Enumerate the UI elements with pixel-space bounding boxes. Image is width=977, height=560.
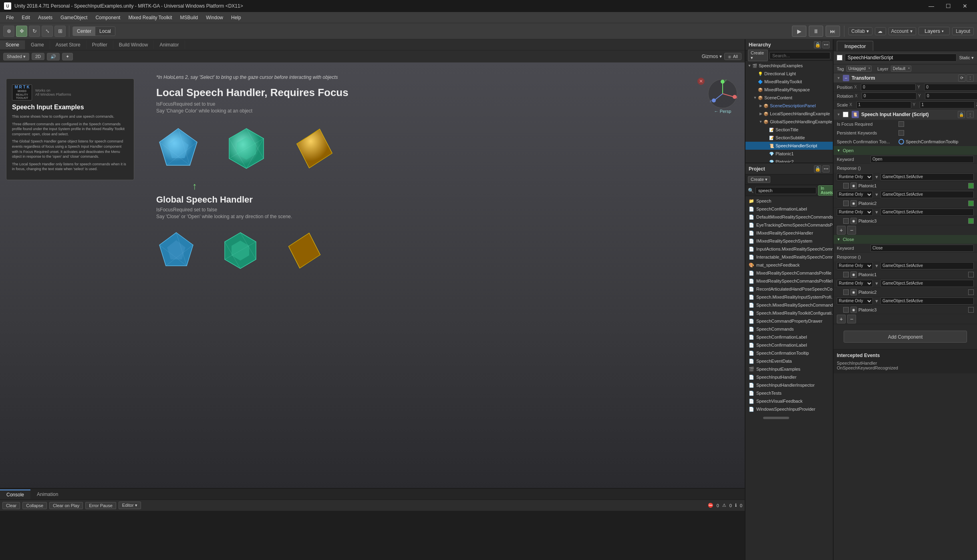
shaded-btn[interactable]: Shaded ▾ [3,53,29,60]
open-p2-checkval[interactable] [968,201,974,206]
proj-eyetracking[interactable]: 📄EyeTrackingDemoSpeechCommandsPro... [745,221,833,229]
scale-x-input[interactable] [856,101,911,108]
open-remove-btn[interactable]: − [847,226,856,235]
close-resp-select-3[interactable]: Runtime Only [837,297,873,305]
move-tool-btn[interactable]: ✥ [16,26,27,37]
proj-speech-mrspeech[interactable]: 📄Speech.MixedRealitySpeechCommands [745,301,833,309]
proj-speechinputhandler[interactable]: 📄SpeechInputHandler [745,373,833,381]
speech-comp-lock[interactable]: 🔒 [958,111,965,118]
layer-dropdown[interactable]: Default ▾ [891,66,912,72]
tab-console[interactable]: Console [0,490,30,499]
menu-mixed-reality[interactable]: Mixed Reality Toolkit [124,13,176,22]
proj-speech[interactable]: 📁Speech [745,197,833,205]
proj-speech-propdrawer[interactable]: 📄SpeechCommandPropertyDrawer [745,317,833,325]
close-p3-checkval[interactable] [968,307,974,313]
open-p2-icon[interactable]: ◉ [850,200,857,207]
position-x-input[interactable] [861,84,916,91]
center-tab[interactable]: Center [73,27,95,36]
speech-comp-more[interactable]: ⋮ [967,111,974,118]
menu-gameobject[interactable]: GameObject [56,13,91,22]
close-btn[interactable]: ✕ [957,0,973,12]
close-resp-val-3[interactable] [880,297,974,305]
proj-mrtk-cmds-inspector[interactable]: 📄MixedRealitySpeechCommandsProfileIn... [745,277,833,285]
hier-item-mrplayspace[interactable]: 📦 MixedRealityPlayspace [745,86,833,94]
hier-item-global-speech[interactable]: ▼ 📦 GlobalSpeechHandlingExample [745,118,833,126]
rect-tool-btn[interactable]: ⊞ [54,26,66,37]
proj-speechconfirmationlabel[interactable]: 📄SpeechConfirmationLabel [745,205,833,213]
collab-btn[interactable]: Collab ▾ [848,27,872,35]
open-p3-check[interactable] [843,218,849,224]
window-controls[interactable]: — ☐ ✕ [923,0,973,12]
hier-item-speech-input-examples[interactable]: ▼ 🎬 SpeechInputExamples [745,62,833,70]
close-remove-btn[interactable]: − [847,315,856,323]
close-p3-check[interactable] [843,307,849,313]
menu-help[interactable]: Help [227,13,245,22]
speech-enabled-checkbox[interactable]: ✓ [843,112,848,117]
open-resp-select-2[interactable]: Runtime Only [837,191,873,198]
open-p2-check[interactable] [843,201,849,206]
hier-item-mrtoolkit[interactable]: 🔷 MixedRealityToolkit [745,78,833,86]
close-resp-select-2[interactable]: Runtime Only [837,280,873,287]
scale-tool-btn[interactable]: ⤡ [42,26,53,37]
close-section-header[interactable]: ▼ Close [834,235,977,244]
clear-on-play-btn[interactable]: Clear on Play [49,502,83,509]
editor-dropdown-btn[interactable]: Editor ▾ [119,502,141,509]
proj-record[interactable]: 📄RecordArticulatedHandPoseSpeechComm... [745,285,833,293]
proj-interactable[interactable]: 📄Interactable_MixedRealitySpeechComm... [745,253,833,261]
speech-conf-circle[interactable] [898,139,904,145]
close-p1-icon[interactable]: ◉ [850,271,857,278]
maximize-btn[interactable]: ☐ [940,0,956,12]
account-btn[interactable]: Account ▾ [888,27,916,35]
tab-animator[interactable]: Animator [154,40,185,49]
close-p2-check[interactable] [843,289,849,295]
close-p3-icon[interactable]: ◉ [850,307,857,313]
hierarchy-search[interactable] [770,52,830,59]
close-resp-val-2[interactable] [880,280,974,287]
open-resp-select-1[interactable]: Runtime Only [837,173,873,181]
project-search-input[interactable] [755,187,816,194]
project-create-btn[interactable]: Create ▾ [748,176,770,183]
hierarchy-more-btn[interactable]: ⋯ [822,41,830,48]
menu-msbuild[interactable]: MSBuild [176,13,202,22]
object-enabled-checkbox[interactable]: ✓ [837,55,842,60]
proj-speechconflabel-2[interactable]: 📄SpeechConfirmationLabel [745,341,833,349]
all-filter[interactable]: ◉ All [724,53,741,60]
proj-defaultmixed[interactable]: 📄DefaultMixedRealitySpeechCommandsP... [745,213,833,221]
project-lock-btn[interactable]: 🔒 [814,165,821,173]
close-kw-input[interactable] [870,245,974,252]
menu-edit[interactable]: Edit [18,13,34,22]
step-btn[interactable]: ⏭ [826,26,840,37]
hier-item-local-speech[interactable]: ▶ 📦 LocalSpeechHandlingExample [745,110,833,118]
speech-component-header[interactable]: ▼ ✓ 📜 Speech Input Handler (Script) 🔒 ⋮ [834,109,977,120]
rotation-x-input[interactable] [862,92,917,100]
open-p3-checkval[interactable] [968,218,974,224]
transform-reset-btn[interactable]: ⟳ [958,74,965,82]
proj-speechcommands[interactable]: 📄SpeechCommands [745,325,833,333]
close-p2-icon[interactable]: ◉ [850,289,857,295]
pause-btn[interactable]: ⏸ [809,26,823,37]
fx-btn[interactable]: ✦ [62,53,73,60]
hier-item-platonic1[interactable]: 💎 Platonic1 [745,150,833,158]
menu-assets[interactable]: Assets [34,13,56,22]
proj-speecheventdata[interactable]: 📄SpeechEventData [745,357,833,365]
2d-btn[interactable]: 2D [32,53,44,60]
inspector-tab[interactable]: Inspector [837,41,873,51]
persistent-keywords-checkbox[interactable] [898,130,904,136]
project-more-btn[interactable]: ⋯ [822,165,830,173]
hier-item-directional-light[interactable]: 💡 Directional Light [745,70,833,78]
close-p1-check[interactable] [843,272,849,277]
proj-speechinputhandlerinspector[interactable]: 📄SpeechInputHandlerInspector [745,381,833,389]
close-resp-select-1[interactable]: Runtime Only [837,262,873,269]
project-scrollbar[interactable] [745,415,833,421]
proj-speechtests[interactable]: 📄SpeechTests [745,389,833,397]
transform-more-btn[interactable]: ⋮ [967,74,974,82]
menu-file[interactable]: File [2,13,18,22]
proj-speechconftooltip[interactable]: 📄SpeechConfirmationTooltip [745,349,833,357]
scale-y-input[interactable] [920,101,975,108]
menu-component[interactable]: Component [91,13,124,22]
local-tab[interactable]: Local [95,27,115,36]
rotation-y-input[interactable] [925,92,977,100]
hier-item-platonic2[interactable]: 💎 Platonic2 [745,158,833,163]
close-add-btn[interactable]: + [837,315,846,323]
minimize-btn[interactable]: — [923,0,939,12]
